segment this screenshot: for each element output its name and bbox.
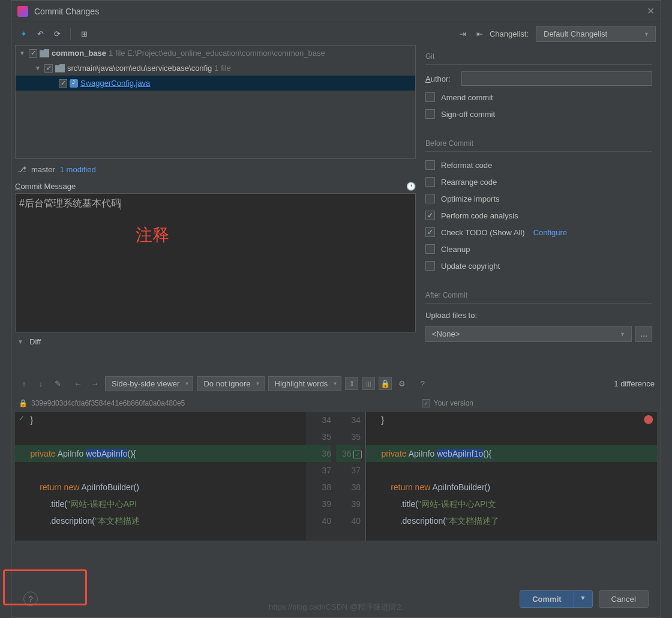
folder-name: src\main\java\com\edu\servicebase\config: [67, 64, 212, 73]
chevron-down-icon[interactable]: ▼: [35, 65, 42, 71]
diff-toolbar: ↑ ↓ ✎ ← → Side-by-side viewer Do not ign…: [15, 371, 657, 395]
folder-icon: [40, 49, 49, 58]
cleanup-row[interactable]: Cleanup: [425, 241, 652, 257]
configure-link[interactable]: Configure: [533, 228, 567, 237]
branch-name: master: [31, 165, 55, 174]
checkbox[interactable]: [425, 92, 435, 102]
refresh-icon[interactable]: ✦: [16, 26, 31, 41]
diff-info-bar: 🔒 339e9d03d4cfda6f3584e41e6b860fa0a0a480…: [15, 395, 657, 411]
diff-viewer[interactable]: ✓ } private ApiInfo webApiInfo(){ return…: [15, 411, 657, 541]
back-icon[interactable]: ←: [71, 377, 85, 390]
author-label: Author:: [425, 74, 457, 83]
close-icon[interactable]: ✕: [647, 5, 655, 17]
checkbox[interactable]: ✓: [59, 79, 67, 88]
branch-bar: ⎇ master 1 modified: [15, 159, 416, 179]
message-text: #后台管理系统基本代码: [19, 198, 121, 208]
file-name: SwaggerConfig.java: [80, 79, 150, 88]
annotation-overlay: 注释: [136, 224, 169, 247]
optimize-row[interactable]: Optimize imports: [425, 190, 652, 207]
tree-root[interactable]: ▼ ✓ common_base 1 file E:\Project\edu_on…: [16, 46, 415, 61]
edit-icon[interactable]: ✎: [51, 377, 64, 390]
browse-button[interactable]: …: [635, 326, 652, 342]
rearrange-row[interactable]: Rearrange code: [425, 173, 652, 190]
before-commit-header: Before Commit: [425, 136, 652, 152]
author-row: Author:: [425, 70, 652, 88]
prev-diff-icon[interactable]: ↑: [17, 377, 31, 390]
collapse-icon[interactable]: ⇤: [473, 26, 487, 41]
window-title: Commit Changes: [34, 7, 647, 16]
commit-dropdown[interactable]: ▼: [574, 591, 592, 607]
checkbox[interactable]: ✓: [44, 64, 53, 73]
sync-scroll-icon[interactable]: ⫼: [362, 377, 375, 390]
next-diff-icon[interactable]: ↓: [34, 377, 47, 390]
diff-right: ⬤ } private ApiInfo webApiInf1o(){ retur…: [366, 412, 657, 541]
forward-icon[interactable]: →: [88, 377, 101, 390]
diff-count: 1 difference: [614, 379, 655, 388]
toolbar: ✦ ↶ ⟳ ⊞ ⇥ ⇤ Changelist: Default Changeli…: [11, 22, 661, 45]
git-header: Git: [425, 49, 652, 65]
commit-hash: 339e9d03d4cfda6f3584e41e6b860fa0a0a480e5: [31, 399, 185, 407]
tree-file[interactable]: ✓ SwaggerConfig.java: [16, 76, 415, 91]
help-button[interactable]: ?: [23, 592, 38, 606]
checkbox[interactable]: [425, 194, 435, 203]
upload-select[interactable]: <None>: [425, 326, 632, 342]
cancel-button[interactable]: Cancel: [599, 590, 649, 608]
reformat-row[interactable]: Reformat code: [425, 157, 652, 173]
branch-icon: ⎇: [17, 165, 26, 174]
author-input[interactable]: [461, 71, 652, 86]
error-icon: ⬤: [644, 414, 653, 424]
gutter-left: 34353637383940: [306, 412, 336, 541]
reload-icon[interactable]: ⟳: [50, 26, 64, 41]
file-tree[interactable]: ▼ ✓ common_base 1 file E:\Project\edu_on…: [15, 45, 416, 159]
viewer-select[interactable]: Side-by-side viewer: [105, 376, 193, 391]
amend-row[interactable]: Amend commit: [425, 89, 652, 106]
todo-row[interactable]: Check TODO (Show All)Configure: [425, 224, 652, 241]
checkbox[interactable]: ✓: [422, 399, 430, 407]
diff-section-header[interactable]: ▼ Diff: [15, 332, 416, 350]
checkbox[interactable]: [425, 177, 435, 187]
history-icon[interactable]: 🕐: [406, 182, 416, 191]
tree-folder[interactable]: ▼ ✓ src\main\java\com\edu\servicebase\co…: [16, 61, 415, 76]
ignore-select[interactable]: Do not ignore: [197, 376, 264, 391]
folder-name: common_base: [52, 49, 106, 58]
expand-icon[interactable]: ⇥: [456, 26, 470, 41]
signoff-row[interactable]: Sign-off commit: [425, 106, 652, 122]
checkbox[interactable]: [425, 244, 435, 254]
java-file-icon: [70, 79, 78, 88]
commit-button[interactable]: Commit: [520, 591, 573, 607]
file-count: 1 file: [214, 64, 230, 73]
checkbox[interactable]: [425, 227, 435, 237]
checkbox[interactable]: [425, 160, 435, 170]
commit-button-group: Commit ▼: [520, 590, 592, 608]
undo-icon[interactable]: ↶: [33, 26, 47, 41]
your-version: ✓ Your version: [422, 399, 473, 407]
checkbox[interactable]: [425, 211, 435, 220]
checkbox[interactable]: [425, 261, 435, 271]
separator: [70, 28, 71, 40]
changelist-label: Changelist:: [490, 29, 529, 38]
check-icon: ✓: [19, 414, 25, 422]
chevron-down-icon[interactable]: ▼: [19, 50, 26, 56]
gutter-right: 343536 ✓37383940: [336, 412, 366, 541]
highlight-select[interactable]: Highlight words: [268, 376, 342, 391]
collapse-icon[interactable]: ⇕: [345, 377, 358, 390]
folder-icon: [55, 64, 65, 73]
checkbox[interactable]: ✓: [29, 49, 37, 58]
after-commit-header: After Commit: [425, 287, 652, 304]
diff-left: ✓ } private ApiInfo webApiInfo(){ return…: [15, 412, 306, 541]
lock-icon[interactable]: 🔒: [379, 377, 392, 390]
analysis-row[interactable]: Perform code analysis: [425, 207, 652, 224]
modified-count[interactable]: 1 modified: [60, 165, 96, 174]
checkbox[interactable]: [425, 109, 435, 119]
upload-label: Upload files to:: [425, 308, 652, 322]
changelist-select[interactable]: Default Changelist: [536, 26, 656, 42]
chevron-down-icon[interactable]: ▼: [17, 338, 25, 345]
watermark: https://blog.csdnCSDN @程序猿进阶2.: [269, 602, 403, 613]
commit-message-input[interactable]: #后台管理系统基本代码 注释: [15, 193, 416, 332]
diff-label: Diff: [29, 337, 41, 346]
copyright-row[interactable]: Update copyright: [425, 257, 652, 274]
commit-message-label: Commit Message 🕐: [15, 179, 416, 193]
group-icon[interactable]: ⊞: [77, 26, 91, 41]
gear-icon[interactable]: ⚙: [395, 377, 409, 390]
help-icon[interactable]: ?: [416, 377, 429, 390]
